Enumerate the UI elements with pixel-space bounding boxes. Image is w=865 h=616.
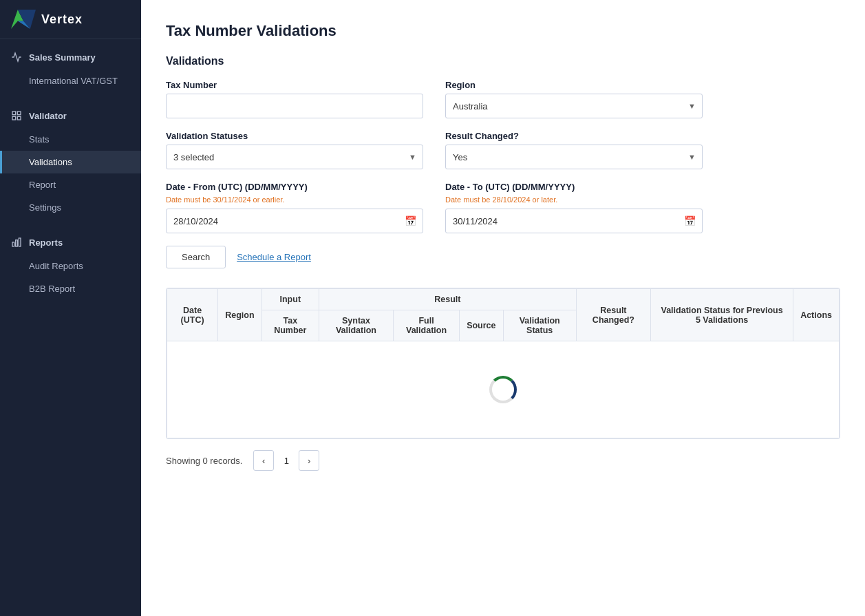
region-select[interactable]: Australia United States Germany France U… (445, 94, 703, 118)
th-actions: Actions (793, 289, 840, 341)
chart-icon (11, 52, 22, 63)
region-label: Region (445, 80, 703, 90)
date-to-hint: Date must be 28/10/2024 or later. (445, 195, 703, 204)
sidebar-item-audit-reports[interactable]: Audit Reports (0, 255, 141, 277)
validation-statuses-select[interactable]: 3 selected (166, 145, 423, 169)
sidebar-item-validations[interactable]: Validations (0, 151, 141, 173)
next-page-button[interactable]: › (299, 450, 319, 471)
current-page: 1 (279, 456, 293, 466)
th-syntax-validation: Syntax Validation (319, 310, 393, 341)
th-full-validation: Full Validation (393, 310, 459, 341)
sidebar-item-stats[interactable]: Stats (0, 128, 141, 151)
results-table-wrap: Date (UTC) Region Input Result Result Ch… (166, 288, 840, 439)
vertex-logo (11, 10, 36, 29)
sidebar-group-reports-label: Reports (29, 237, 63, 248)
th-tax-number: Tax Number (261, 310, 319, 341)
grid-icon (11, 110, 22, 121)
form-actions: Search Schedule a Report (166, 246, 840, 268)
th-validation-status-prev5: Validation Status for Previous 5 Validat… (651, 289, 793, 341)
bar-icon (11, 237, 22, 248)
date-to-field: Date - To (UTC) (DD/MM/YYYY) Date must b… (445, 182, 703, 233)
logo-area: Vertex (0, 0, 141, 39)
th-source: Source (460, 310, 503, 341)
th-input-group: Input (261, 289, 319, 310)
region-field: Region Australia United States Germany F… (445, 80, 703, 118)
sidebar-group-sales[interactable]: Sales Summary (0, 45, 141, 70)
svg-rect-6 (17, 116, 21, 120)
result-changed-field: Result Changed? Yes No All ▼ (445, 131, 703, 169)
th-validation-status: Validation Status (503, 310, 576, 341)
svg-rect-4 (17, 111, 21, 115)
sidebar-section-reports: Reports Audit Reports B2B Report (0, 224, 141, 306)
sidebar-item-b2b-report[interactable]: B2B Report (0, 277, 141, 300)
prev-page-button[interactable]: ‹ (253, 450, 274, 471)
section-title: Validations (166, 55, 840, 67)
th-region: Region (218, 289, 261, 341)
date-to-input[interactable] (445, 209, 703, 233)
tax-number-field: Tax Number (166, 80, 423, 118)
result-changed-select[interactable]: Yes No All (445, 145, 703, 169)
sidebar-section-validator: Validator Stats Validations Report Setti… (0, 98, 141, 224)
date-from-wrap: 📅 (166, 209, 423, 233)
results-table: Date (UTC) Region Input Result Result Ch… (167, 288, 840, 438)
svg-rect-3 (12, 111, 16, 115)
validation-statuses-label: Validation Statuses (166, 131, 423, 141)
table-loading-cell (167, 341, 840, 438)
region-select-wrap: Australia United States Germany France U… (445, 94, 703, 118)
sidebar: Vertex Sales Summary International VAT/G… (0, 0, 141, 616)
main-content: Tax Number Validations Validations Tax N… (141, 0, 865, 616)
pagination-info: Showing 0 records. (166, 456, 242, 466)
sidebar-group-sales-label: Sales Summary (29, 52, 96, 63)
logo-text: Vertex (41, 12, 83, 27)
date-from-field: Date - From (UTC) (DD/MM/YYYY) Date must… (166, 182, 423, 233)
table-header-top: Date (UTC) Region Input Result Result Ch… (167, 289, 840, 310)
next-page-icon: › (308, 456, 310, 466)
table-loading-row (167, 341, 840, 438)
loading-spinner-wrap (174, 348, 832, 431)
date-from-hint: Date must be 30/11/2024 or earlier. (166, 195, 423, 204)
tax-number-label: Tax Number (166, 80, 423, 90)
date-to-wrap: 📅 (445, 209, 703, 233)
th-date: Date (UTC) (167, 289, 218, 341)
svg-rect-7 (12, 242, 14, 246)
validation-statuses-select-wrap: 3 selected ▼ (166, 145, 423, 169)
sidebar-group-validator[interactable]: Validator (0, 103, 141, 128)
date-to-label: Date - To (UTC) (DD/MM/YYYY) (445, 182, 703, 192)
page-title: Tax Number Validations (166, 22, 840, 40)
sidebar-nav: Sales Summary International VAT/GST Vali… (0, 39, 141, 616)
table-body (167, 341, 840, 438)
svg-rect-9 (19, 238, 21, 246)
sidebar-item-intl-vat[interactable]: International VAT/GST (0, 70, 141, 92)
result-changed-label: Result Changed? (445, 131, 703, 141)
sidebar-item-settings[interactable]: Settings (0, 196, 141, 219)
date-from-input[interactable] (166, 209, 423, 233)
loading-spinner (489, 376, 517, 403)
validation-statuses-field: Validation Statuses 3 selected ▼ (166, 131, 423, 169)
svg-rect-5 (12, 116, 16, 120)
filter-form: Tax Number Region Australia United State… (166, 80, 703, 233)
sidebar-item-report[interactable]: Report (0, 173, 141, 196)
sidebar-group-reports[interactable]: Reports (0, 230, 141, 255)
search-button[interactable]: Search (166, 246, 226, 268)
pagination: Showing 0 records. ‹ 1 › (166, 450, 840, 471)
schedule-report-button[interactable]: Schedule a Report (237, 252, 311, 262)
svg-rect-8 (16, 240, 18, 246)
sidebar-section-sales: Sales Summary International VAT/GST (0, 39, 141, 98)
sidebar-group-validator-label: Validator (29, 111, 67, 121)
date-from-label: Date - From (UTC) (DD/MM/YYYY) (166, 182, 423, 192)
th-result-changed: Result Changed? (576, 289, 650, 341)
th-result-group: Result (319, 289, 576, 310)
prev-page-icon: ‹ (262, 456, 265, 466)
tax-number-input[interactable] (166, 94, 423, 118)
result-changed-select-wrap: Yes No All ▼ (445, 145, 703, 169)
